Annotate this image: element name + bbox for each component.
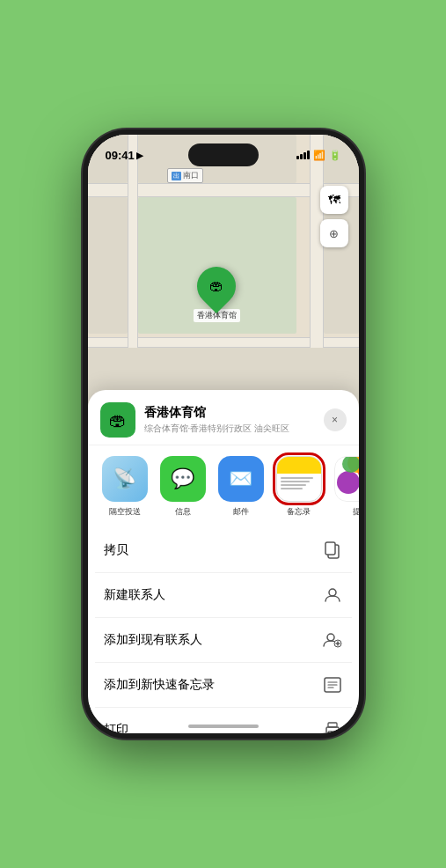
add-contact-label: 添加到现有联系人 xyxy=(104,632,202,648)
message-label: 信息 xyxy=(175,506,191,518)
stadium-icon: 🏟 xyxy=(209,278,223,294)
map-block xyxy=(88,197,128,334)
airdrop-icon-box: 📡 xyxy=(102,456,148,502)
share-airdrop[interactable]: 📡 隔空投送 xyxy=(100,456,150,518)
action-copy[interactable]: 拷贝 xyxy=(95,528,352,573)
stadium-venue-icon: 🏟 xyxy=(109,410,127,430)
signal-icon xyxy=(296,151,310,159)
sheet-header: 🏟 香港体育馆 综合体育馆·香港特别行政区 油尖旺区 × xyxy=(88,390,359,445)
notes-lines-container xyxy=(277,474,321,491)
venue-subtitle: 综合体育馆·香港特别行政区 油尖旺区 xyxy=(144,423,315,435)
new-contact-label: 新建联系人 xyxy=(104,587,165,603)
compass-icon: ⊕ xyxy=(329,227,339,240)
add-contact-icon xyxy=(322,629,343,651)
venue-info: 香港体育馆 综合体育馆·香港特别行政区 油尖旺区 xyxy=(144,405,315,435)
wifi-icon: 📶 xyxy=(313,150,325,161)
message-icon: 💬 xyxy=(171,467,194,490)
quick-note-icon xyxy=(322,674,343,695)
map-pin[interactable]: 🏟 香港体育馆 xyxy=(194,267,240,322)
share-message[interactable]: 💬 信息 xyxy=(158,456,208,518)
notes-line xyxy=(281,477,314,479)
location-arrow-icon: ▶ xyxy=(136,151,143,160)
new-contact-icon xyxy=(322,585,343,606)
time-display: 09:41 xyxy=(106,149,135,162)
mail-label: 邮件 xyxy=(233,506,249,518)
quick-note-label: 添加到新快速备忘录 xyxy=(104,677,215,693)
mail-icon: ✉️ xyxy=(229,467,252,490)
notes-line xyxy=(281,484,306,486)
bottom-sheet: 🏟 香港体育馆 综合体育馆·香港特别行政区 油尖旺区 × 📡 隔空投送 xyxy=(88,390,359,733)
notes-label: 备忘录 xyxy=(287,506,311,518)
status-time: 09:41 ▶ xyxy=(106,149,143,162)
airdrop-icon: 📡 xyxy=(113,467,136,490)
dynamic-island xyxy=(188,143,259,166)
mail-icon-box: ✉️ xyxy=(218,456,264,502)
notes-header xyxy=(277,457,321,474)
status-icons: 📶 🔋 xyxy=(296,150,341,161)
map-type-button[interactable]: 🗺 xyxy=(320,186,348,214)
notes-line xyxy=(281,488,303,489)
share-row: 📡 隔空投送 💬 信息 ✉️ 邮件 xyxy=(88,445,359,528)
action-print[interactable]: 打印 xyxy=(95,708,352,733)
svg-point-2 xyxy=(329,589,336,596)
more-icon-box xyxy=(334,456,359,502)
copy-icon xyxy=(322,540,343,561)
airdrop-label: 隔空投送 xyxy=(109,506,141,518)
share-more[interactable]: 提 xyxy=(333,456,359,518)
action-add-contact[interactable]: 添加到现有联系人 xyxy=(95,618,352,663)
svg-rect-13 xyxy=(328,732,337,733)
location-button[interactable]: ⊕ xyxy=(320,219,348,247)
home-indicator xyxy=(188,725,259,728)
phone-frame: 09:41 ▶ 📶 🔋 xyxy=(83,129,364,739)
map-controls: 🗺 ⊕ xyxy=(320,186,348,253)
action-quick-note[interactable]: 添加到新快速备忘录 xyxy=(95,663,352,708)
action-new-contact[interactable]: 新建联系人 xyxy=(95,573,352,618)
svg-point-3 xyxy=(327,634,334,641)
close-button[interactable]: × xyxy=(324,408,347,431)
notes-line xyxy=(281,481,311,482)
pin-circle: 🏟 xyxy=(189,259,244,313)
venue-name: 香港体育馆 xyxy=(144,405,315,421)
more-label: 提 xyxy=(353,506,359,518)
notes-icon-box xyxy=(276,456,322,502)
map-type-icon: 🗺 xyxy=(328,193,340,207)
close-icon: × xyxy=(332,414,338,426)
battery-icon: 🔋 xyxy=(329,150,341,161)
svg-rect-1 xyxy=(325,542,335,555)
copy-label: 拷贝 xyxy=(104,542,128,558)
action-list: 拷贝 新建联系人 xyxy=(88,528,359,733)
message-icon-box: 💬 xyxy=(160,456,206,502)
print-icon xyxy=(322,719,343,733)
phone-screen: 09:41 ▶ 📶 🔋 xyxy=(88,135,359,733)
share-notes[interactable]: 备忘录 xyxy=(274,456,324,518)
venue-icon: 🏟 xyxy=(100,402,135,438)
print-label: 打印 xyxy=(104,722,128,733)
share-mail[interactable]: ✉️ 邮件 xyxy=(216,456,266,518)
